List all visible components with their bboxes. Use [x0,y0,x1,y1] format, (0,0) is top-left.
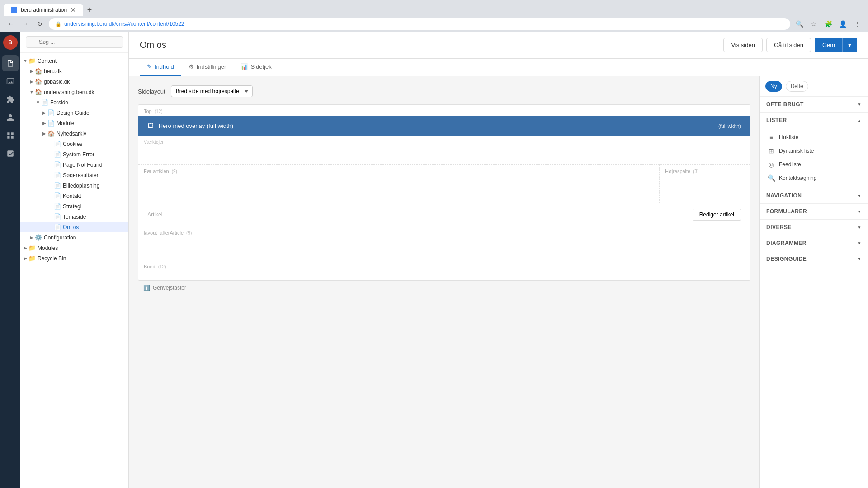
tree-item-temaside[interactable]: 📄 Temaside [20,211,128,222]
tree-sidebar: 🔍 ▼ 📁 Content ▶ 🏠 beru.dk ▶ 🏠 gobasic.d [20,32,129,488]
gem-button[interactable]: Gem [815,38,842,52]
genvejstaster-bar[interactable]: ℹ️ Genvejstaster [138,281,750,295]
ga-til-siden-button[interactable]: Gå til siden [766,38,811,52]
page-title: Om os [140,40,166,50]
tree-item-undervisning-beru-dk[interactable]: ▼ 🏠 undervisning.beru.dk [20,87,128,97]
reload-button[interactable]: ↻ [34,19,45,29]
grid-nav-icon[interactable] [2,127,19,144]
section-formularer-header[interactable]: FORMULARER ▼ [760,204,868,219]
active-tab[interactable]: beru administration ✕ [4,4,83,16]
user-nav-icon[interactable] [2,109,19,126]
tab-indstillinger[interactable]: ⚙ Indstillinger [181,59,234,76]
vaerktoejer-text: Værktøjer [144,140,164,145]
browser-action-extensions[interactable]: 🧩 [823,19,834,29]
page-icon: 📄 [54,141,61,147]
section-designguide-header[interactable]: DESIGNGUIDE ▼ [760,251,868,267]
search-input[interactable] [26,36,123,48]
tree-label: Strategi [63,203,81,210]
tab-indstillinger-label: Indstillinger [197,63,226,70]
zone-top-label: Top (12) [138,105,750,116]
chevron-down-icon: ▼ [35,100,41,105]
tree-item-modules[interactable]: ▶ 📁 Modules [20,243,128,253]
vis-siden-button[interactable]: Vis siden [723,38,763,52]
gem-button-group: Gem ▼ [815,38,857,52]
tree-label: Kontakt [63,193,81,199]
section-ofte-brugt-header[interactable]: OFTE BRUGT ▼ [760,97,868,112]
kontaktsoegning-label: Kontaktsøgning [779,175,816,181]
gem-dropdown-arrow[interactable]: ▼ [842,38,857,52]
tree-label: Nyhedsarkiv [57,131,86,137]
tree-item-strategi[interactable]: 📄 Strategi [20,201,128,211]
tree-item-nyhedsarkiv[interactable]: ▶ 🏠 Nyhedsarkiv [20,128,128,139]
panel-tab-delte[interactable]: Delte [786,81,808,92]
section-navigation-header[interactable]: NAVIGATION ▼ [760,188,868,203]
zone-bund-label: Bund (12) [138,260,750,271]
browser-action-search[interactable]: 🔍 [794,19,805,29]
tab-title: beru administration [21,7,67,13]
panel-item-linkliste[interactable]: ≡ Linkliste [760,131,868,144]
tree-item-beru-dk[interactable]: ▶ 🏠 beru.dk [20,66,128,76]
plugin-nav-icon[interactable] [2,91,19,108]
tree-item-gobasic-dk[interactable]: ▶ 🏠 gobasic.dk [20,76,128,87]
tree-item-soegeresultater[interactable]: 📄 Søgeresultater [20,170,128,180]
sidetjek-icon: 📊 [241,63,248,70]
back-button[interactable]: ← [5,19,16,29]
browser-action-profile[interactable]: 👤 [837,19,848,29]
tree-item-system-error[interactable]: 📄 System Error [20,149,128,160]
tree-item-forside[interactable]: ▼ 📄 Forside [20,97,128,108]
chevron-down-icon: ▼ [857,102,862,107]
panel-item-dynamisk-liste[interactable]: ⊞ Dynamisk liste [760,144,868,158]
tree-item-moduler[interactable]: ▶ 📄 Moduler [20,118,128,128]
panel-item-feedliste[interactable]: ◎ Feedliste [760,158,868,171]
dynamisk-liste-label: Dynamisk liste [779,148,814,154]
tab-sidetjek[interactable]: 📊 Sidetjek [233,59,278,76]
browser-chrome: beru administration ✕ + ← → ↻ 🔒 undervis… [0,0,868,32]
chevron-down-icon: ▼ [857,257,862,262]
zone-top: Top (12) [138,105,750,116]
tab-sidetjek-label: Sidetjek [250,63,271,70]
tab-close-icon[interactable]: ✕ [71,7,76,13]
tree-item-recycle-bin[interactable]: ▶ 📁 Recycle Bin [20,253,128,263]
chevron-right-icon: ▶ [28,235,35,240]
sidelayout-select[interactable]: Bred side med højrespalteFuld breddeSmal… [171,85,253,97]
url-bar[interactable]: 🔒 undervisning.beru.dk/cms#/content/cont… [49,18,790,30]
panel-item-kontaktsoegning[interactable]: 🔍 Kontaktsøgning [760,171,868,185]
tree-item-billedoplosning[interactable]: 📄 Billedopløsning [20,180,128,191]
tree-item-kontakt[interactable]: 📄 Kontakt [20,191,128,201]
chevron-right-icon: ▶ [28,79,35,84]
tree-item-configuration[interactable]: ▶ ⚙️ Configuration [20,232,128,243]
page-icon: 📄 [54,192,61,199]
browser-action-bookmark[interactable]: ☆ [808,19,819,29]
rediger-artikel-button[interactable]: Rediger artikel [693,209,741,221]
editor-tabs: ✎ Indhold ⚙ Indstillinger 📊 Sidetjek [129,59,868,76]
tree-label: Modules [38,245,58,251]
new-tab-button[interactable]: + [83,4,96,16]
chevron-down-icon: ▼ [22,58,28,63]
hero-block[interactable]: 🖼 Hero med overlay (full width) (full wi… [138,116,750,136]
tab-indhold[interactable]: ✎ Indhold [140,59,181,76]
browser-action-menu[interactable]: ⋮ [852,19,863,29]
home-icon: 🏠 [35,89,42,95]
section-diagrammer-header[interactable]: DIAGRAMMER ▼ [760,235,868,251]
url-text: undervisning.beru.dk/cms#/content/conten… [64,21,184,27]
feedliste-label: Feedliste [779,161,801,168]
tree-label: Temaside [63,214,86,220]
tree-item-design-guide[interactable]: ▶ 📄 Design Guide [20,108,128,118]
tree-item-content[interactable]: ▼ 📁 Content [20,56,128,66]
tree-item-om-os[interactable]: 📄 Om os [20,222,128,232]
panel-tab-ny[interactable]: Ny [765,81,782,92]
section-designguide-label: DESIGNGUIDE [766,256,807,262]
avatar[interactable]: B [3,35,18,50]
section-diverse-header[interactable]: DIVERSE ▼ [760,220,868,235]
media-nav-icon[interactable] [2,73,19,89]
chevron-down-icon: ▼ [28,89,35,94]
chevron-down-icon: ▼ [857,241,862,246]
tree-item-cookies[interactable]: 📄 Cookies [20,139,128,149]
content-nav-icon[interactable] [2,55,19,71]
folder-icon: 📁 [28,255,36,262]
section-lister-header[interactable]: LISTER ▲ [760,113,868,128]
tree-item-page-not-found[interactable]: 📄 Page Not Found [20,160,128,170]
chart-nav-icon[interactable] [2,145,19,162]
forward-button[interactable]: → [20,19,31,29]
panel-tab-bar: Ny Delte [760,76,868,97]
